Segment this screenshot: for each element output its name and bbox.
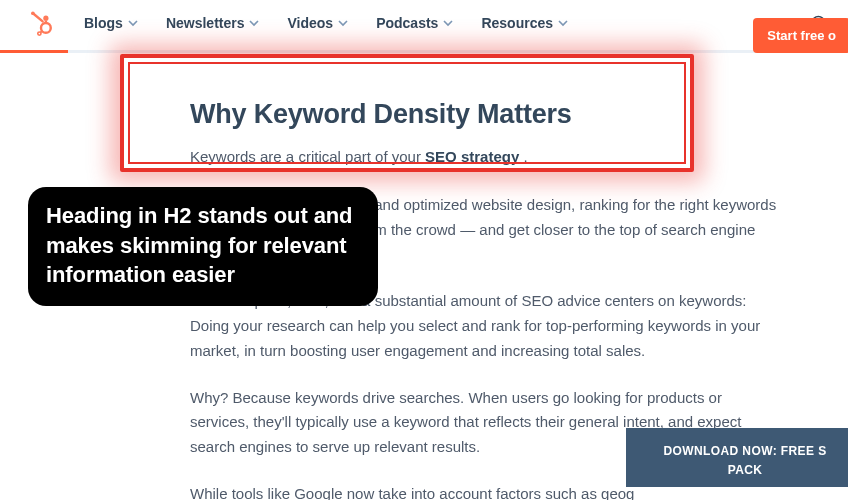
article-heading-h2: Why Keyword Density Matters: [190, 99, 780, 130]
nav-podcasts[interactable]: Podcasts: [376, 15, 453, 31]
lead-strong[interactable]: SEO strategy: [425, 148, 519, 165]
chevron-down-icon: [249, 18, 259, 28]
download-line2: PACK: [648, 461, 842, 480]
nav-label: Podcasts: [376, 15, 438, 31]
svg-line-2: [33, 13, 43, 21]
hubspot-logo[interactable]: [28, 10, 54, 36]
chevron-down-icon: [338, 18, 348, 28]
svg-point-5: [38, 32, 41, 35]
lead-suffix: .: [519, 148, 527, 165]
svg-point-0: [43, 16, 48, 21]
svg-point-1: [41, 23, 51, 33]
svg-line-6: [41, 31, 42, 32]
nav-label: Blogs: [84, 15, 123, 31]
lead-text: Keywords are a critical part of your: [190, 148, 425, 165]
chevron-down-icon: [558, 18, 568, 28]
chevron-down-icon: [443, 18, 453, 28]
chevron-down-icon: [128, 18, 138, 28]
download-line1: DOWNLOAD NOW: FREE S: [648, 442, 842, 461]
callout-text: Heading in H2 stands out and makes skimm…: [46, 203, 352, 287]
top-navigation: Blogs Newsletters Videos Podcasts Resour…: [0, 0, 848, 50]
nav-label: Newsletters: [166, 15, 245, 31]
main-nav: Blogs Newsletters Videos Podcasts Resour…: [84, 15, 810, 31]
nav-label: Resources: [481, 15, 553, 31]
nav-label: Videos: [287, 15, 333, 31]
nav-newsletters[interactable]: Newsletters: [166, 15, 260, 31]
svg-point-3: [31, 11, 35, 15]
annotation-callout: Heading in H2 stands out and makes skimm…: [28, 187, 378, 306]
nav-blogs[interactable]: Blogs: [84, 15, 138, 31]
nav-videos[interactable]: Videos: [287, 15, 348, 31]
download-banner[interactable]: DOWNLOAD NOW: FREE S PACK: [626, 428, 848, 486]
start-free-button[interactable]: Start free o: [753, 18, 848, 53]
article-container: Why Keyword Density Matters Keywords are…: [0, 53, 848, 500]
article-lead: Keywords are a critical part of your SEO…: [190, 148, 780, 165]
nav-resources[interactable]: Resources: [481, 15, 568, 31]
